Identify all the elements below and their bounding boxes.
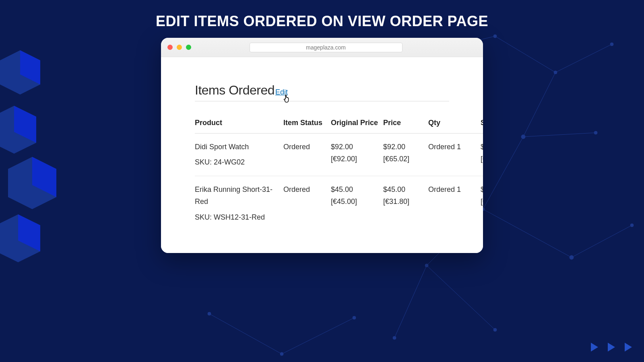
items-ordered-table: Product Item Status Original Price Price… (195, 113, 483, 230)
subtotal-alt: [€31.80] (481, 195, 483, 208)
original-price-alt: [€92.00] (331, 153, 380, 165)
price-usd: $45.00 (383, 183, 425, 196)
product-sku: SKU: 24-WG02 (195, 156, 280, 169)
table-row: Didi Sport Watch SKU: 24-WG02 Ordered $9… (195, 133, 483, 176)
original-price-usd: $92.00 (331, 141, 380, 153)
original-price-usd: $45.00 (331, 183, 380, 196)
edit-link[interactable]: Edit (275, 88, 288, 97)
price-alt: [€31.80] (383, 195, 425, 208)
decorative-triangles (591, 343, 632, 352)
subtotal-usd: $45.00 (481, 183, 483, 196)
window-maximize-icon[interactable] (186, 45, 191, 50)
browser-body: Items Ordered Edit Pro (161, 57, 483, 253)
item-status: Ordered (283, 176, 331, 230)
window-close-icon[interactable] (167, 45, 173, 50)
browser-chrome: mageplaza.com (161, 38, 483, 57)
product-sku: SKU: WSH12-31-Red (195, 211, 280, 224)
original-price-alt: [€45.00] (331, 195, 380, 208)
page-headline: EDIT ITEMS ORDERED ON VIEW ORDER PAGE (156, 13, 488, 30)
section-heading: Items Ordered Edit (195, 83, 449, 101)
product-name: Erika Running Short-31-Red (195, 183, 280, 208)
price-alt: [€65.02] (383, 153, 425, 165)
window-minimize-icon[interactable] (177, 45, 182, 50)
subtotal-alt: [€65.02] (481, 153, 483, 165)
table-row: Erika Running Short-31-Red SKU: WSH12-31… (195, 176, 483, 230)
subtotal-usd: $92.00 (481, 141, 483, 153)
play-icon (625, 343, 632, 352)
play-icon (608, 343, 615, 352)
item-status: Ordered (283, 133, 331, 176)
product-name: Didi Sport Watch (195, 141, 280, 153)
col-header-qty: Qty (428, 113, 481, 133)
address-bar-text: mageplaza.com (306, 44, 346, 51)
browser-window: mageplaza.com Items Ordered Edit (161, 38, 483, 253)
table-header-row: Product Item Status Original Price Price… (195, 113, 483, 133)
col-header-original-price: Original Price (331, 113, 383, 133)
address-bar[interactable]: mageplaza.com (250, 43, 402, 52)
price-usd: $92.00 (383, 141, 425, 153)
play-icon (591, 343, 598, 352)
qty: Ordered 1 (428, 176, 481, 230)
qty: Ordered 1 (428, 133, 481, 176)
section-title: Items Ordered (195, 83, 275, 98)
col-header-item-status: Item Status (283, 113, 331, 133)
col-header-price: Price (383, 113, 428, 133)
col-header-product: Product (195, 113, 283, 133)
col-header-subtotal: Subtotal (481, 113, 483, 133)
